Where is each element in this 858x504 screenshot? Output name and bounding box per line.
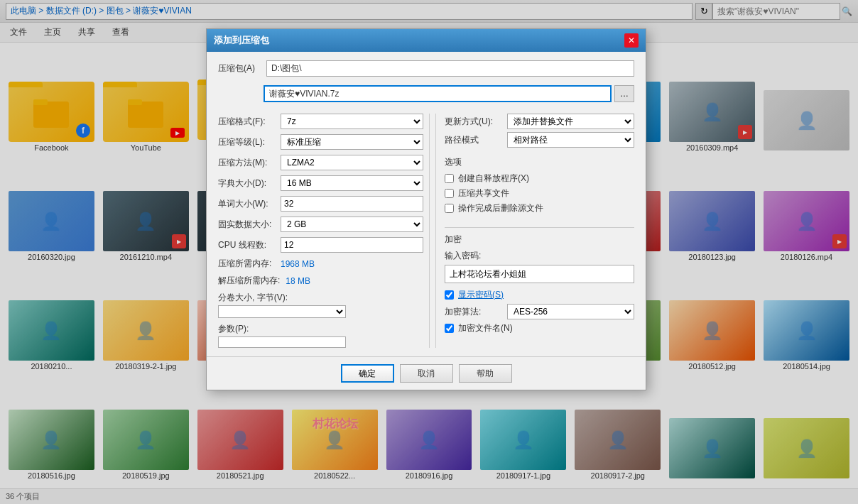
split-label: 分卷大小, 字节(V): bbox=[218, 292, 288, 304]
dict-label: 字典大小(D): bbox=[218, 177, 275, 190]
options-title: 选项 bbox=[445, 156, 634, 168]
word-row: 单词大小(W): bbox=[218, 196, 423, 212]
format-row: 压缩格式(F): 7zziptargzip bbox=[218, 114, 423, 129]
selfextract-checkbox[interactable] bbox=[445, 174, 454, 183]
encrypt-title: 加密 bbox=[445, 234, 634, 246]
cpu-label: CPU 线程数: bbox=[218, 239, 275, 251]
help-button[interactable]: 帮助 bbox=[459, 364, 512, 383]
right-section: 更新方式(U): 添加并替换文件添加并更新文件同步文件 路径模式 相对路径绝对路… bbox=[435, 114, 634, 348]
dialog-body: 压缩包(A) D:\图包\ … 压缩格式(F): 7zziptargzip bbox=[207, 52, 646, 356]
pathmode-select[interactable]: 相对路径绝对路径不存储路径 bbox=[507, 132, 634, 148]
level-row: 压缩等级(L): 存储最快压缩快速压缩标准压缩最佳压缩 bbox=[218, 134, 423, 150]
options-section: 选项 创建自释放程序(X) 压缩共享文件 操作完成后删除源文件 bbox=[445, 156, 634, 217]
encrypt-algo-select[interactable]: AES-256ZipCrypto bbox=[507, 304, 634, 319]
cancel-button[interactable]: 取消 bbox=[400, 364, 453, 383]
shared-label: 压缩共享文件 bbox=[458, 187, 509, 199]
encrypt-pw-label: 输入密码: bbox=[445, 250, 634, 262]
delete-label: 操作完成后删除源文件 bbox=[458, 202, 543, 214]
update-label: 更新方式(U): bbox=[445, 116, 501, 128]
pathmode-label: 路径模式 bbox=[445, 134, 501, 146]
word-input[interactable] bbox=[281, 196, 423, 212]
mem-compress-label: 压缩所需内存: bbox=[218, 258, 275, 270]
pathmode-row: 路径模式 相对路径绝对路径不存储路径 bbox=[445, 132, 634, 148]
update-select[interactable]: 添加并替换文件添加并更新文件同步文件 bbox=[507, 114, 634, 129]
selfextract-label: 创建自释放程序(X) bbox=[458, 172, 529, 185]
showpw-label: 显示密码(S) bbox=[458, 289, 504, 301]
params-label: 参数(P): bbox=[218, 323, 275, 335]
encrypt-section: 加密 输入密码: 显示密码(S) 加密算法: AES-256ZipCrypto bbox=[445, 227, 634, 337]
selfextract-row: 创建自释放程序(X) bbox=[445, 172, 634, 185]
cpu-row: CPU 线程数: bbox=[218, 237, 423, 253]
dialog-footer: 确定 取消 帮助 bbox=[207, 356, 646, 390]
solid-select[interactable]: 1 GB2 GB4 GB bbox=[281, 217, 423, 232]
shared-row: 压缩共享文件 bbox=[445, 187, 634, 199]
path-row: 压缩包(A) D:\图包\ bbox=[218, 60, 634, 77]
level-label: 压缩等级(L): bbox=[218, 136, 275, 148]
encrypt-algo-row: 加密算法: AES-256ZipCrypto bbox=[445, 304, 634, 319]
shared-checkbox[interactable] bbox=[445, 189, 454, 198]
archive-name-input[interactable] bbox=[264, 85, 612, 102]
encrypt-algo-label: 加密算法: bbox=[445, 306, 501, 318]
path-display: D:\图包\ bbox=[266, 60, 634, 77]
update-row: 更新方式(U): 添加并替换文件添加并更新文件同步文件 bbox=[445, 114, 634, 129]
solid-row: 固实数据大小: 1 GB2 GB4 GB bbox=[218, 217, 423, 232]
dialog-close-button[interactable]: ✕ bbox=[624, 33, 639, 48]
mem-compress-value: 1968 MB bbox=[281, 259, 315, 269]
section-divider bbox=[429, 114, 430, 348]
showpw-row: 显示密码(S) bbox=[445, 289, 634, 301]
encryptfn-checkbox[interactable] bbox=[445, 324, 454, 333]
format-select[interactable]: 7zziptargzip bbox=[281, 114, 423, 129]
showpw-checkbox[interactable] bbox=[445, 290, 454, 300]
params-input[interactable] bbox=[218, 336, 346, 348]
mem-decompress-value: 18 MB bbox=[286, 276, 310, 286]
ok-button[interactable]: 确定 bbox=[341, 364, 394, 383]
word-label: 单词大小(W): bbox=[218, 198, 275, 210]
method-label: 压缩方法(M): bbox=[218, 157, 275, 169]
cpu-input[interactable] bbox=[281, 237, 423, 253]
method-row: 压缩方法(M): LZMALZMA2PPMd bbox=[218, 155, 423, 170]
encrypt-password-input[interactable] bbox=[445, 265, 634, 283]
dialog-add-archive: 添加到压缩包 ✕ 压缩包(A) D:\图包\ … 压缩格式(F): bbox=[206, 28, 646, 390]
split-layout: 压缩格式(F): 7zziptargzip 压缩等级(L): 存储最快压缩快速压… bbox=[218, 114, 634, 348]
mem-decompress-label: 解压缩所需内存: bbox=[218, 275, 280, 287]
delete-checkbox[interactable] bbox=[445, 204, 454, 213]
split-row: 分卷大小, 字节(V): bbox=[218, 292, 423, 318]
solid-label: 固实数据大小: bbox=[218, 219, 275, 231]
encryptfn-row: 加密文件名(N) bbox=[445, 322, 634, 334]
split-select[interactable] bbox=[218, 305, 346, 318]
dict-row: 字典大小(D): 4 MB8 MB16 MB32 MB bbox=[218, 175, 423, 191]
params-row: 参数(P): bbox=[218, 323, 423, 348]
modal-overlay: 添加到压缩包 ✕ 压缩包(A) D:\图包\ … 压缩格式(F): bbox=[0, 0, 858, 504]
method-select[interactable]: LZMALZMA2PPMd bbox=[281, 155, 423, 170]
mem-decompress-row: 解压缩所需内存: 18 MB bbox=[218, 275, 423, 287]
dict-select[interactable]: 4 MB8 MB16 MB32 MB bbox=[281, 175, 423, 191]
dialog-title: 添加到压缩包 bbox=[214, 34, 269, 47]
delete-row: 操作完成后删除源文件 bbox=[445, 202, 634, 214]
dialog-title-bar: 添加到压缩包 ✕ bbox=[207, 29, 646, 52]
browse-button[interactable]: … bbox=[614, 85, 634, 102]
level-select[interactable]: 存储最快压缩快速压缩标准压缩最佳压缩 bbox=[281, 134, 423, 150]
mem-compress-row: 压缩所需内存: 1968 MB bbox=[218, 258, 423, 270]
path-label: 压缩包(A) bbox=[218, 62, 261, 75]
encryptfn-label: 加密文件名(N) bbox=[458, 322, 513, 334]
format-label: 压缩格式(F): bbox=[218, 116, 275, 128]
left-section: 压缩格式(F): 7zziptargzip 压缩等级(L): 存储最快压缩快速压… bbox=[218, 114, 423, 348]
archive-name-row: … bbox=[218, 85, 634, 102]
